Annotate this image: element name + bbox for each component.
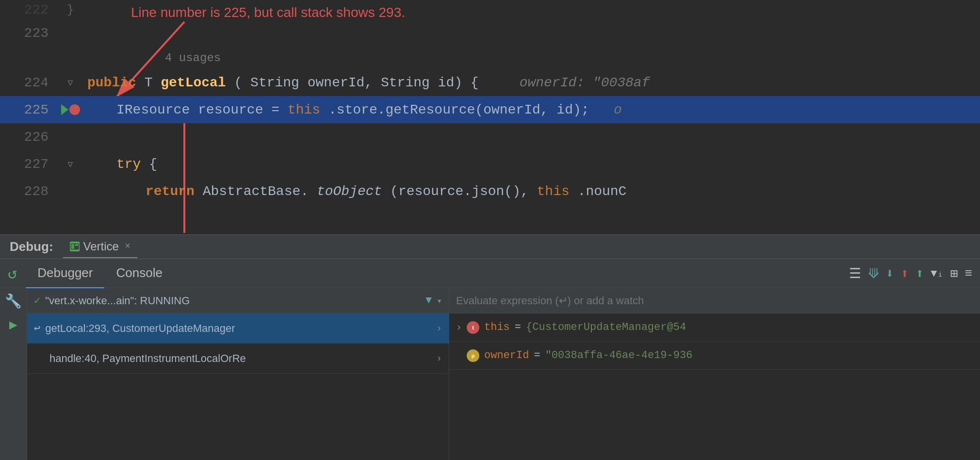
tab-console[interactable]: Console xyxy=(104,259,174,288)
fold-gutter-try: ▽ xyxy=(58,159,82,169)
code-line-222: 222 } xyxy=(0,0,980,19)
code-line-224: 224 ▽ public T getLocal ( String ownerId… xyxy=(0,69,980,96)
debug-toolbar: ↺ Debugger Console ☰ ⟱ ⬇ ⬆ ⬆ ▼ᵢ ⊞ ≡ xyxy=(0,259,980,288)
frame-expand[interactable]: › xyxy=(436,323,442,334)
debug-panel: Debug: Vertice × ↺ Debugger Console xyxy=(0,234,980,460)
eval-btn[interactable]: ▼ᵢ xyxy=(931,267,943,280)
eval-input[interactable] xyxy=(456,295,973,307)
fold-gutter: ▽ xyxy=(58,77,82,88)
line-number: 226 xyxy=(0,130,58,145)
line-number: 222 xyxy=(0,2,58,17)
tab-close-btn[interactable]: × xyxy=(125,241,131,252)
debug-content: 🔧 ▶ ✓ "vert.x-worke...ain": RUNNING ▼ ▾ … xyxy=(0,288,980,460)
debug-header: Debug: Vertice × xyxy=(0,235,980,259)
var-val-this: {CustomerUpdateManager@54 xyxy=(526,321,686,333)
line-number: 227 xyxy=(0,157,58,172)
line-content: return AbstractBase. toObject (resource.… xyxy=(82,184,980,199)
var-eq: = xyxy=(534,349,540,361)
gutter: } xyxy=(58,3,82,16)
step-into-btn[interactable]: ⬇ xyxy=(886,265,894,282)
tab-debugger[interactable]: Debugger xyxy=(26,259,104,288)
frames-list-btn[interactable]: ☰ xyxy=(849,265,861,282)
check-icon: ✓ xyxy=(34,294,40,307)
frame-item-0[interactable]: ↩ getLocal:293, CustomerUpdateManager › xyxy=(27,313,449,344)
running-text: "vert.x-worke...ain": RUNNING xyxy=(45,295,421,307)
calc-btn[interactable]: ⊞ xyxy=(950,266,958,281)
back-icon: ↩ xyxy=(34,322,40,335)
toolbar-buttons: ☰ ⟱ ⬇ ⬆ ⬆ ▼ᵢ ⊞ ≡ xyxy=(849,265,972,282)
code-line-223: 223 xyxy=(0,19,980,47)
svg-rect-3 xyxy=(75,244,78,246)
fold-icon: ▽ xyxy=(68,77,73,88)
run-cursor-btn[interactable]: ⬆ xyxy=(915,265,924,282)
expand-icon[interactable]: › xyxy=(456,322,462,333)
filter-icon[interactable]: ▼ xyxy=(425,295,432,307)
dropdown-arrow[interactable]: ▾ xyxy=(437,296,442,306)
var-val-ownerid: "0038affa-46ae-4e19-936 xyxy=(545,349,693,361)
step-out-btn[interactable]: ⬆ xyxy=(901,265,909,282)
frame-expand[interactable]: › xyxy=(436,353,442,364)
line-number: 228 xyxy=(0,184,58,199)
frame-label: getLocal:293, CustomerUpdateManager xyxy=(45,322,235,335)
debug-tab-vertice[interactable]: Vertice × xyxy=(63,236,137,258)
line-content: IResource resource = this .store.getReso… xyxy=(82,102,980,117)
usages-text: 4 usages xyxy=(165,51,221,65)
code-line-226: 226 xyxy=(0,123,980,150)
svg-rect-2 xyxy=(71,244,74,249)
frame-label: handle:40, PaymentInstrumentLocalOrRe xyxy=(49,352,246,365)
tab-icon xyxy=(70,242,80,251)
code-line-227: 227 ▽ try { xyxy=(0,150,980,178)
variables-panel: › t this = {CustomerUpdateManager@54 › p… xyxy=(449,288,980,460)
line-number: 224 xyxy=(0,75,58,90)
var-eq: = xyxy=(515,321,521,333)
code-line-228: 228 return AbstractBase. toObject (resou… xyxy=(0,178,980,205)
filter-bar: ✓ "vert.x-worke...ain": RUNNING ▼ ▾ xyxy=(27,288,449,313)
inner-tabs: Debugger Console xyxy=(26,259,830,288)
step-over-btn[interactable]: ⟱ xyxy=(868,265,879,282)
debug-title: Debug: xyxy=(10,239,53,254)
line-content: public T getLocal ( String ownerId, Stri… xyxy=(82,75,980,90)
var-name-this: this xyxy=(484,321,510,333)
wrench-icon[interactable]: 🔧 xyxy=(5,293,22,310)
frame-item-1[interactable]: handle:40, PaymentInstrumentLocalOrRe › xyxy=(27,344,449,374)
threads-btn[interactable]: ≡ xyxy=(964,266,972,281)
line-number: 223 xyxy=(0,26,58,41)
resume-button[interactable]: ↺ xyxy=(8,264,17,283)
fold-icon-try: ▽ xyxy=(68,159,73,169)
line-content: try { xyxy=(82,157,980,172)
left-sidebar: 🔧 ▶ xyxy=(0,288,27,460)
var-item-this: › t this = {CustomerUpdateManager@54 xyxy=(449,313,980,342)
line-number: 225 xyxy=(0,102,58,117)
usages-line: 4 usages xyxy=(0,47,980,69)
breakpoint-gutter xyxy=(58,104,82,115)
eval-bar xyxy=(449,288,980,313)
var-name-ownerid: ownerId xyxy=(484,349,529,361)
frames-panel: ✓ "vert.x-worke...ain": RUNNING ▼ ▾ ↩ ge… xyxy=(27,288,449,460)
code-line-225: 225 IResource resource = this .store.get… xyxy=(0,96,980,123)
var-item-ownerid: › p ownerId = "0038affa-46ae-4e19-936 xyxy=(449,342,980,370)
editor-area: Line number is 225, but call stack shows… xyxy=(0,0,980,233)
tab-label: Vertice xyxy=(83,240,119,253)
badge-this: t xyxy=(467,321,479,334)
play-icon[interactable]: ▶ xyxy=(9,316,17,333)
badge-ownerid: p xyxy=(467,349,479,362)
